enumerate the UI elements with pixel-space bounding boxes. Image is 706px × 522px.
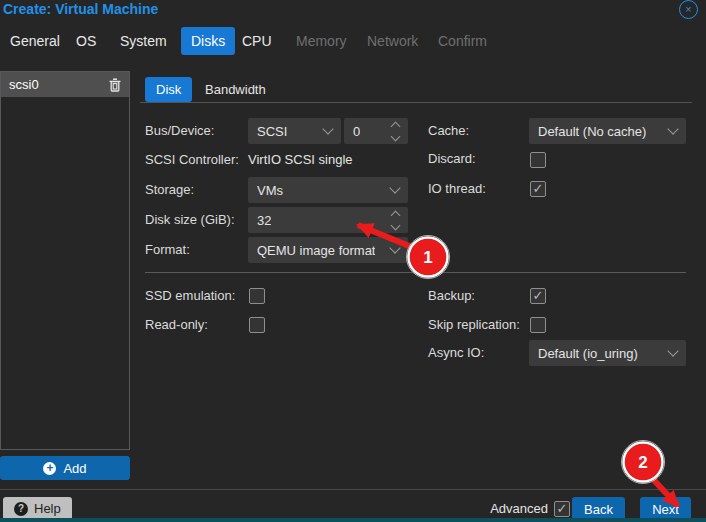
chevron-down-icon (389, 242, 400, 253)
backup-checkbox[interactable]: ✓ (530, 288, 546, 304)
disk-list-item-scsi0[interactable]: scsi0 (1, 72, 129, 97)
subtab-disk[interactable]: Disk (145, 77, 192, 102)
add-button-label: Add (63, 461, 86, 476)
tab-system[interactable]: System (120, 33, 167, 49)
discard-label: Discard: (428, 148, 476, 170)
annotation-circle-1 (409, 238, 448, 277)
read-only-checkbox[interactable] (249, 317, 265, 333)
plus-icon: + (43, 462, 56, 475)
discard-checkbox[interactable] (530, 152, 546, 168)
chevron-down-icon (322, 123, 333, 134)
tab-network: Network (367, 33, 418, 49)
bus-device-select[interactable]: SCSI (248, 118, 341, 144)
spinner-icon[interactable] (392, 123, 399, 140)
io-thread-checkbox[interactable]: ✓ (530, 181, 546, 197)
disk-size-label: Disk size (GiB): (145, 207, 235, 233)
annotation-circle-2-ring (622, 441, 665, 484)
format-select[interactable]: QEMU image format (248, 237, 408, 263)
ssd-emulation-label: SSD emulation: (145, 285, 235, 307)
spinner-icon[interactable] (392, 212, 399, 229)
format-label: Format: (145, 237, 190, 263)
section-divider (145, 272, 686, 273)
bottom-edge-strip (0, 518, 706, 522)
storage-select[interactable]: VMs (248, 177, 408, 203)
trash-icon[interactable] (109, 78, 121, 92)
disk-list-panel: scsi0 (0, 71, 130, 450)
tab-cpu[interactable]: CPU (242, 33, 272, 49)
close-icon[interactable]: × (679, 0, 698, 19)
scsi-controller-label: SCSI Controller: (145, 150, 239, 170)
cache-label: Cache: (428, 118, 469, 144)
help-button[interactable]: ? Help (3, 497, 72, 520)
chevron-down-icon (667, 123, 678, 134)
async-io-label: Async IO: (428, 340, 484, 366)
footer-divider (0, 489, 706, 490)
bus-device-number-stepper[interactable]: 0 (344, 118, 408, 144)
tab-os[interactable]: OS (76, 33, 96, 49)
annotation-step-1: 1 (423, 248, 432, 267)
backup-label: Backup: (428, 285, 475, 307)
tab-confirm: Confirm (438, 33, 487, 49)
subtab-divider (140, 102, 692, 103)
tab-memory: Memory (296, 33, 347, 49)
help-icon: ? (14, 502, 28, 516)
scsi-controller-value: VirtIO SCSI single (248, 150, 353, 170)
bus-device-label: Bus/Device: (145, 118, 214, 144)
cache-select[interactable]: Default (No cache) (529, 118, 686, 144)
disk-item-label: scsi0 (9, 77, 39, 92)
read-only-label: Read-only: (145, 314, 208, 336)
skip-replication-checkbox[interactable] (530, 317, 546, 333)
ssd-emulation-checkbox[interactable] (249, 288, 265, 304)
help-button-label: Help (34, 501, 61, 516)
dialog-title: Create: Virtual Machine (3, 1, 158, 17)
skip-replication-label: Skip replication: (428, 314, 520, 336)
advanced-checkbox[interactable]: ✓ (554, 501, 570, 517)
tab-disks[interactable]: Disks (181, 27, 235, 55)
annotation-step-2: 2 (638, 453, 647, 472)
add-disk-button[interactable]: + Add (0, 456, 130, 480)
annotation-circle-2 (624, 443, 663, 482)
create-vm-dialog: Create: Virtual Machine × General OS Sys… (0, 0, 706, 522)
storage-label: Storage: (145, 177, 194, 203)
chevron-down-icon (389, 182, 400, 193)
io-thread-label: IO thread: (428, 178, 486, 200)
chevron-down-icon (667, 345, 678, 356)
tab-general[interactable]: General (10, 33, 60, 49)
subtab-bandwidth[interactable]: Bandwidth (205, 82, 266, 97)
async-io-select[interactable]: Default (io_uring) (529, 340, 686, 366)
disk-size-stepper[interactable]: 32 (248, 207, 408, 233)
